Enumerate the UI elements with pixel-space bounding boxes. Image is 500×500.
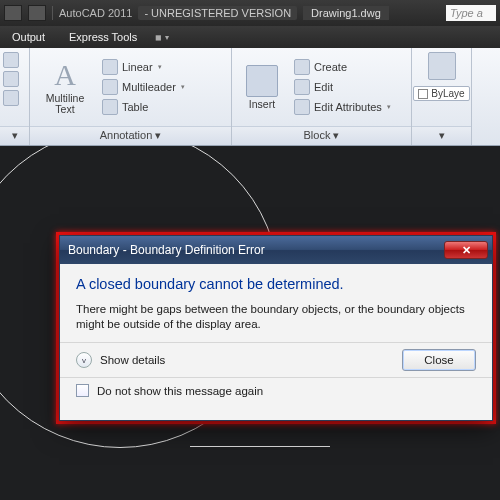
- dialog-title-text: Boundary - Boundary Definition Error: [68, 243, 265, 257]
- table-icon: [102, 99, 118, 115]
- leader-icon-3[interactable]: [3, 90, 19, 106]
- ribbon-tabs: Output Express Tools ◼ ▾: [0, 26, 500, 48]
- multileader-icon: [102, 79, 118, 95]
- properties-icon[interactable]: [428, 52, 456, 80]
- insert-icon: [246, 65, 278, 97]
- panel-annotation: A Multiline Text Linear ▾ Multileader ▾ …: [30, 48, 232, 145]
- print-icon[interactable]: [28, 5, 46, 21]
- insert-button[interactable]: Insert: [238, 52, 286, 122]
- layer-color-dropdown[interactable]: ByLaye: [413, 86, 469, 101]
- chevron-down-icon: v: [82, 356, 86, 365]
- multiline-text-button[interactable]: A Multiline Text: [36, 52, 94, 122]
- text-icon: A: [49, 59, 81, 91]
- multileader-label: Multileader: [122, 81, 176, 93]
- edit-attributes-label: Edit Attributes: [314, 101, 382, 113]
- show-details-label[interactable]: Show details: [100, 354, 165, 366]
- panel-title-dropdown[interactable]: ▾: [0, 126, 29, 145]
- close-icon: ✕: [462, 244, 471, 257]
- dialog-message: There might be gaps between the boundary…: [76, 302, 476, 332]
- tab-output[interactable]: Output: [0, 27, 57, 47]
- dialog-titlebar[interactable]: Boundary - Boundary Definition Error ✕: [60, 236, 492, 264]
- create-icon: [294, 59, 310, 75]
- panel-block: Insert Create Edit Edit Attributes ▾ Blo…: [232, 48, 412, 145]
- license-badge: - UNREGISTERED VERSION: [138, 6, 297, 20]
- command-search-input[interactable]: Type a: [446, 5, 496, 21]
- close-button-label: Close: [424, 354, 453, 366]
- multileader-button[interactable]: Multileader ▾: [100, 78, 187, 96]
- color-swatch-icon: [418, 89, 428, 99]
- show-details-expander[interactable]: v: [76, 352, 92, 368]
- tab-express-tools[interactable]: Express Tools: [57, 27, 149, 47]
- edit-attributes-icon: [294, 99, 310, 115]
- boundary-error-dialog: Boundary - Boundary Definition Error ✕ A…: [59, 235, 493, 421]
- leader-icon-1[interactable]: [3, 52, 19, 68]
- table-label: Table: [122, 101, 148, 113]
- close-button[interactable]: ✕: [444, 241, 488, 259]
- linear-label: Linear: [122, 61, 153, 73]
- drawing-line: [190, 446, 330, 447]
- edit-label: Edit: [314, 81, 333, 93]
- multiline-text-label: Multiline Text: [46, 93, 85, 115]
- panel-block-title[interactable]: Block ▾: [232, 126, 411, 145]
- save-icon[interactable]: [4, 5, 22, 21]
- document-name: Drawing1.dwg: [303, 6, 389, 20]
- app-title: AutoCAD 2011: [59, 7, 132, 19]
- create-label: Create: [314, 61, 347, 73]
- tab-overflow-icon[interactable]: ◼ ▾: [149, 33, 174, 42]
- dialog-heading: A closed boundary cannot be determined.: [76, 276, 476, 292]
- panel-annotation-title[interactable]: Annotation ▾: [30, 126, 231, 145]
- leader-icon-2[interactable]: [3, 71, 19, 87]
- panel-leaders: ▾: [0, 48, 30, 145]
- linear-dimension-button[interactable]: Linear ▾: [100, 58, 187, 76]
- edit-block-button[interactable]: Edit: [292, 78, 393, 96]
- dont-show-label: Do not show this message again: [97, 385, 263, 397]
- ribbon: ▾ A Multiline Text Linear ▾ Multileader …: [0, 48, 500, 146]
- panel-properties: ByLaye ▾: [412, 48, 472, 145]
- dont-show-checkbox[interactable]: [76, 384, 89, 397]
- table-button[interactable]: Table: [100, 98, 187, 116]
- dialog-highlight: Boundary - Boundary Definition Error ✕ A…: [56, 232, 496, 424]
- edit-attributes-button[interactable]: Edit Attributes ▾: [292, 98, 393, 116]
- bylayer-label: ByLaye: [431, 88, 464, 99]
- edit-icon: [294, 79, 310, 95]
- create-block-button[interactable]: Create: [292, 58, 393, 76]
- close-dialog-button[interactable]: Close: [402, 349, 476, 371]
- insert-label: Insert: [249, 99, 275, 110]
- title-bar: AutoCAD 2011 - UNREGISTERED VERSION Draw…: [0, 0, 500, 26]
- panel-properties-title[interactable]: ▾: [412, 126, 471, 145]
- linear-icon: [102, 59, 118, 75]
